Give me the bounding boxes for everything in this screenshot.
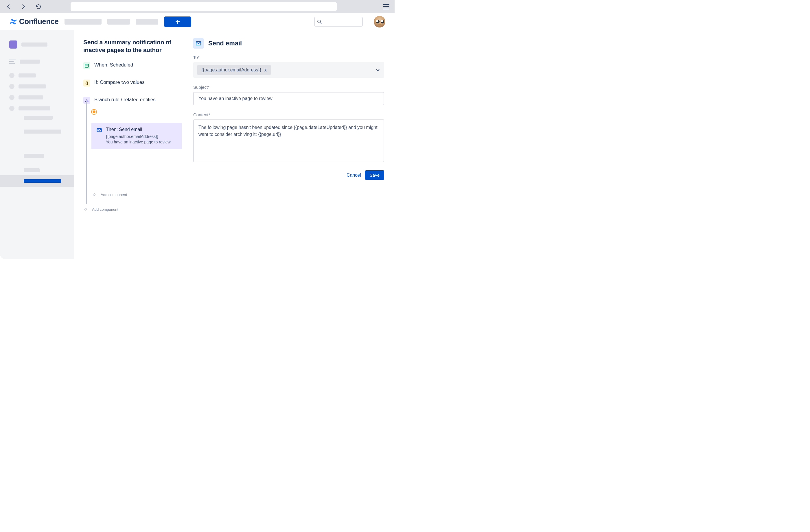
search-icon	[317, 19, 322, 24]
calendar-icon	[83, 62, 90, 69]
to-field[interactable]: {{page.author.emailAddress}} x	[193, 62, 384, 78]
subject-label: Subject*	[193, 85, 384, 90]
step-branch[interactable]: Branch rule / related entities	[83, 97, 182, 104]
step-branch-label: Branch rule / related entities	[94, 97, 156, 103]
sidebar-placeholder	[18, 73, 36, 78]
url-bar[interactable]	[70, 2, 337, 11]
overview-icon	[9, 60, 16, 64]
config-header: Send email	[193, 38, 384, 49]
step-then-line1: {{page.author.emailAddress}}	[106, 134, 176, 140]
sidebar-placeholder	[18, 95, 43, 99]
sidebar	[0, 30, 74, 259]
reload-icon[interactable]	[35, 3, 42, 10]
config-panel: Send email To* {{page.author.emailAddres…	[193, 38, 384, 251]
content-label: Content*	[193, 112, 384, 117]
rule-column: Send a summary notification of inactive …	[83, 38, 182, 251]
sidebar-dot	[9, 106, 14, 111]
content-textarea[interactable]	[193, 119, 384, 162]
topbar: Confluence	[0, 13, 394, 30]
sidebar-active-label	[24, 179, 61, 183]
to-chip-text: {{page.author.emailAddress}}	[201, 67, 261, 72]
add-component-outer[interactable]: Add component	[84, 207, 182, 212]
sidebar-placeholder	[18, 106, 50, 111]
sidebar-placeholder	[20, 60, 40, 64]
sidebar-placeholder	[24, 154, 44, 158]
braces-icon: {}	[83, 80, 90, 86]
main: Send a summary notification of inactive …	[74, 30, 394, 259]
step-when[interactable]: When: Scheduled	[83, 62, 182, 69]
create-button[interactable]	[164, 16, 191, 27]
sidebar-placeholder	[21, 43, 47, 47]
add-component-label: Add component	[92, 207, 118, 212]
form-actions: Cancel Save	[193, 170, 384, 180]
svg-rect-1	[85, 64, 88, 67]
to-chip: {{page.author.emailAddress}} x	[197, 65, 271, 75]
sidebar-placeholder	[24, 130, 61, 134]
svg-point-0	[318, 20, 321, 23]
logo-text: Confluence	[19, 17, 59, 26]
step-if-label: If: Compare two values	[94, 80, 145, 85]
step-when-label: When: Scheduled	[94, 62, 133, 68]
add-component-label: Add component	[101, 193, 127, 197]
sidebar-dot	[9, 95, 14, 100]
mail-icon	[193, 38, 204, 49]
confluence-logo[interactable]: Confluence	[9, 17, 59, 26]
nav-item-placeholder[interactable]	[107, 19, 130, 24]
config-title: Send email	[208, 39, 242, 47]
save-button[interactable]: Save	[365, 170, 384, 180]
avatar[interactable]	[374, 16, 385, 28]
back-icon[interactable]	[5, 3, 12, 10]
to-label: To*	[193, 55, 384, 60]
body: Send a summary notification of inactive …	[0, 30, 394, 259]
space-icon	[9, 40, 17, 49]
branch-icon	[83, 97, 90, 104]
subject-input[interactable]	[193, 92, 384, 105]
sidebar-placeholder	[18, 84, 46, 88]
step-then-line2: You have an inactive page to review	[106, 139, 176, 145]
add-component-inner[interactable]: Add component	[93, 193, 182, 197]
menu-icon[interactable]	[383, 4, 389, 9]
rule-title: Send a summary notification of inactive …	[83, 38, 182, 54]
sidebar-active-item[interactable]	[0, 175, 74, 187]
cancel-button[interactable]: Cancel	[346, 172, 361, 178]
svg-point-2	[86, 99, 87, 99]
plus-icon	[175, 19, 180, 24]
sidebar-placeholder	[24, 168, 39, 172]
browser-chrome	[0, 0, 394, 13]
branch-children: Then: Send email {{page.author.emailAddr…	[94, 109, 182, 197]
browser-nav	[5, 3, 42, 10]
active-node-icon	[91, 109, 97, 115]
nav-item-placeholder[interactable]	[65, 19, 101, 24]
sidebar-dot	[9, 84, 14, 89]
app-window: Confluence Sen	[0, 0, 394, 259]
sidebar-dot	[9, 73, 14, 78]
add-dot-icon	[93, 194, 95, 196]
remove-chip-button[interactable]: x	[264, 67, 267, 72]
svg-point-5	[88, 101, 88, 102]
step-then-title: Then: Send email	[106, 127, 176, 132]
chevron-down-icon[interactable]	[375, 68, 380, 72]
add-dot-icon	[84, 208, 87, 211]
step-then-card[interactable]: Then: Send email {{page.author.emailAddr…	[92, 123, 182, 149]
forward-icon[interactable]	[20, 3, 27, 10]
search-input[interactable]	[314, 17, 363, 27]
step-if[interactable]: {} If: Compare two values	[83, 80, 182, 86]
mail-icon	[97, 128, 102, 133]
nav-item-placeholder[interactable]	[136, 19, 158, 24]
sidebar-placeholder	[24, 116, 53, 120]
